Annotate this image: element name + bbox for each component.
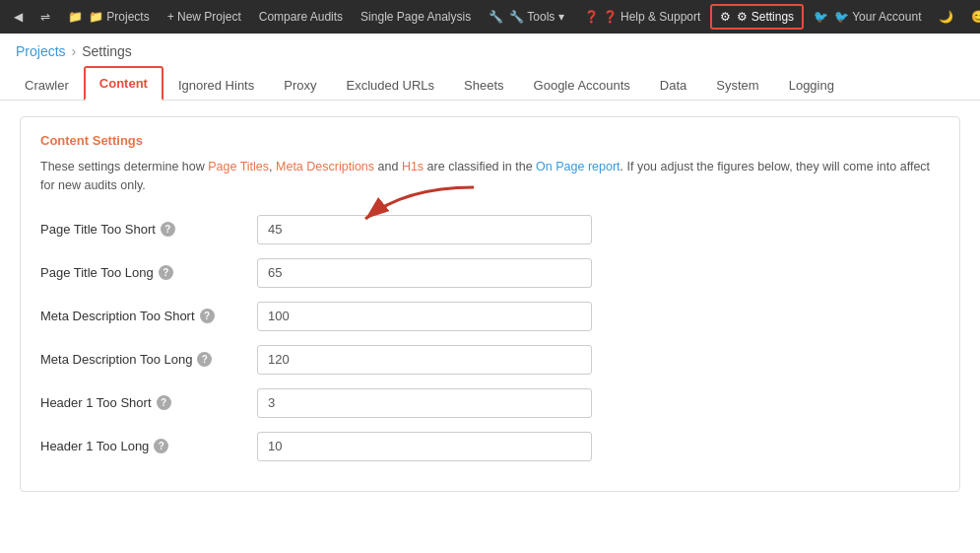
- dark-mode-button[interactable]: 🌙: [931, 6, 961, 28]
- tab-proxy[interactable]: Proxy: [269, 69, 331, 101]
- highlight-page-titles: Page Titles: [208, 160, 269, 173]
- form-row-header1-long: Header 1 Too Long ?: [40, 432, 940, 461]
- section-title: Content Settings: [40, 133, 940, 148]
- tab-sheets[interactable]: Sheets: [449, 69, 518, 101]
- moon-icon: 🌙: [939, 10, 953, 24]
- smiley-icon: 😊: [971, 10, 980, 24]
- input-meta-desc-long[interactable]: [257, 345, 592, 375]
- label-page-title-short: Page Title Too Short ?: [40, 222, 257, 237]
- help-icon-page-title-long[interactable]: ?: [159, 265, 173, 280]
- highlight-on-page: On Page report: [536, 160, 620, 173]
- help-icon-header1-short[interactable]: ?: [157, 395, 171, 410]
- tab-content[interactable]: Content: [84, 66, 163, 101]
- tab-logging[interactable]: Logging: [774, 69, 849, 101]
- highlight-h1s: H1s: [402, 160, 424, 173]
- tools-icon: 🔧: [489, 10, 503, 24]
- projects-button[interactable]: 📁 📁 Projects: [60, 6, 158, 28]
- description-text: These settings determine how Page Titles…: [40, 158, 940, 195]
- tools-button[interactable]: 🔧 🔧 Tools ▾: [481, 6, 571, 28]
- form-row-page-title-long: Page Title Too Long ?: [40, 258, 940, 288]
- compare-audits-button[interactable]: Compare Audits: [251, 6, 351, 28]
- folder-icon: 📁: [68, 10, 83, 24]
- back-button[interactable]: ◀: [6, 6, 31, 28]
- single-page-button[interactable]: Single Page Analysis: [353, 6, 479, 28]
- settings-icon: ⚙: [720, 10, 731, 24]
- breadcrumb-current-page: Settings: [82, 43, 132, 59]
- tab-system[interactable]: System: [701, 69, 773, 101]
- topnav: ◀ ⇌ 📁 📁 Projects + New Project Compare A…: [0, 0, 980, 34]
- tab-excluded-urls[interactable]: Excluded URLs: [331, 69, 449, 101]
- form-row-page-title-short: Page Title Too Short ?: [40, 215, 940, 244]
- breadcrumb-projects-link[interactable]: Projects: [16, 43, 66, 59]
- form-row-header1-short: Header 1 Too Short ?: [40, 388, 940, 418]
- label-meta-desc-short: Meta Description Too Short ?: [40, 309, 257, 323]
- back-icon: ◀: [14, 10, 23, 24]
- help-icon-header1-long[interactable]: ?: [154, 439, 168, 453]
- label-header1-short: Header 1 Too Short ?: [40, 395, 257, 410]
- main-content: Content Settings These settings determin…: [0, 101, 980, 518]
- content-settings-box: Content Settings These settings determin…: [20, 116, 960, 492]
- new-project-button[interactable]: + New Project: [160, 6, 249, 28]
- forward-icon: ⇌: [40, 10, 50, 24]
- account-icon: 🐦: [814, 10, 828, 24]
- form-row-meta-desc-short: Meta Description Too Short ?: [40, 302, 940, 331]
- smiley-button[interactable]: 😊: [963, 6, 980, 28]
- tab-google-accounts[interactable]: Google Accounts: [519, 69, 645, 101]
- label-header1-long: Header 1 Too Long ?: [40, 439, 257, 453]
- tabs-bar: Crawler Content Ignored Hints Proxy Excl…: [0, 65, 980, 101]
- account-button[interactable]: 🐦 🐦 Your Account: [806, 6, 929, 28]
- help-icon-meta-desc-long[interactable]: ?: [197, 352, 212, 367]
- tab-data[interactable]: Data: [645, 69, 701, 101]
- help-icon-page-title-short[interactable]: ?: [161, 222, 175, 237]
- tab-ignored-hints[interactable]: Ignored Hints: [163, 69, 269, 101]
- tab-crawler[interactable]: Crawler: [10, 69, 84, 101]
- input-page-title-short[interactable]: [257, 215, 592, 244]
- settings-button[interactable]: ⚙ ⚙ Settings: [710, 4, 804, 30]
- breadcrumb: Projects › Settings: [0, 34, 980, 65]
- help-icon: ❓: [584, 10, 599, 24]
- forward-button[interactable]: ⇌: [33, 6, 58, 28]
- breadcrumb-separator: ›: [72, 43, 77, 59]
- help-button[interactable]: ❓ ❓ Help & Support: [576, 6, 709, 28]
- label-page-title-long: Page Title Too Long ?: [40, 265, 257, 280]
- input-header1-short[interactable]: [257, 388, 592, 418]
- highlight-meta-desc: Meta Descriptions: [276, 160, 374, 173]
- input-header1-long[interactable]: [257, 432, 592, 461]
- help-icon-meta-desc-short[interactable]: ?: [200, 309, 215, 323]
- input-meta-desc-short[interactable]: [257, 302, 592, 331]
- input-page-title-long[interactable]: [257, 258, 592, 288]
- label-meta-desc-long: Meta Description Too Long ?: [40, 352, 257, 367]
- form-row-meta-desc-long: Meta Description Too Long ?: [40, 345, 940, 375]
